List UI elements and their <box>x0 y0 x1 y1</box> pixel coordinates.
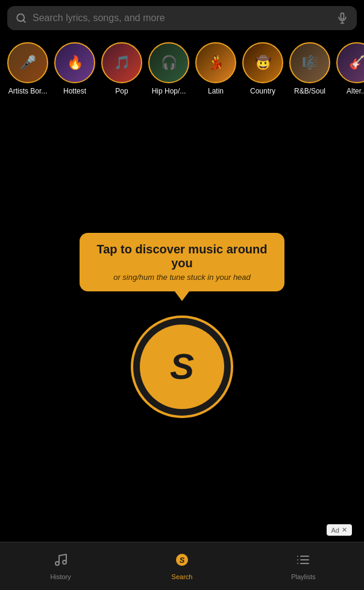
genre-circle-hiphop: 🎧 <box>148 42 189 83</box>
genre-item-rnb[interactable]: 🎼R&B/Soul <box>289 42 330 95</box>
nav-label-playlists: Playlists <box>291 573 315 580</box>
genre-label-hottest: Hottest <box>63 87 86 95</box>
genre-label-artists-born: Artists Bor... <box>8 87 48 95</box>
svg-line-1 <box>23 20 25 22</box>
playlists-icon <box>296 553 310 571</box>
genre-item-latin[interactable]: 💃Latin <box>195 42 236 95</box>
svg-point-5 <box>55 562 59 565</box>
nav-label-history: History <box>51 573 71 580</box>
genre-item-pop[interactable]: 🎵Pop <box>101 42 142 95</box>
genre-label-latin: Latin <box>208 87 224 95</box>
genre-item-hottest[interactable]: 🔥Hottest <box>54 42 95 95</box>
search-nav-icon: S <box>175 553 189 571</box>
mic-icon[interactable] <box>336 12 348 24</box>
genre-label-rnb: R&B/Soul <box>294 87 325 95</box>
svg-text:S: S <box>180 556 185 565</box>
genre-circle-rnb: 🎼 <box>289 42 330 83</box>
genre-item-alternative[interactable]: 🎸Alter... <box>336 42 364 95</box>
shazam-button[interactable]: S <box>131 316 233 418</box>
tooltip-subtitle: or sing/hum the tune stuck in your head <box>96 273 268 282</box>
nav-item-playlists[interactable]: Playlists <box>243 553 364 580</box>
genre-circle-alternative: 🎸 <box>336 42 364 83</box>
ad-label: Ad <box>331 527 339 534</box>
nav-label-search: Search <box>172 573 193 580</box>
genre-item-artists-born[interactable]: 🎤Artists Bor... <box>7 42 48 95</box>
history-icon <box>54 553 68 571</box>
genre-label-hiphop: Hip Hop/... <box>152 87 186 95</box>
nav-item-search[interactable]: S Search <box>121 553 242 580</box>
search-bar[interactable] <box>7 6 357 30</box>
tooltip-bubble: Tap to discover music around you or sing… <box>80 233 284 291</box>
genre-circle-country: 🤠 <box>242 42 283 83</box>
genre-item-hiphop[interactable]: 🎧Hip Hop/... <box>148 42 189 95</box>
svg-rect-2 <box>341 13 344 19</box>
main-area: Tap to discover music around you or sing… <box>0 109 364 542</box>
search-icon <box>16 13 27 24</box>
genre-circle-pop: 🎵 <box>101 42 142 83</box>
shazam-s-letter: S <box>170 346 194 387</box>
genre-label-pop: Pop <box>115 87 128 95</box>
tooltip-title: Tap to discover music around you <box>96 243 268 270</box>
genre-circle-artists-born: 🎤 <box>7 42 48 83</box>
genre-item-country[interactable]: 🤠Country <box>242 42 283 95</box>
ad-close-icon[interactable]: ✕ <box>342 526 347 534</box>
genre-label-alternative: Alter... <box>347 87 364 95</box>
nav-item-history[interactable]: History <box>0 553 121 580</box>
genre-label-country: Country <box>250 87 275 95</box>
svg-point-6 <box>63 560 66 564</box>
bottom-nav: History S Search Playlists <box>0 542 364 590</box>
genre-circle-hottest: 🔥 <box>54 42 95 83</box>
shazam-logo: S <box>140 325 224 409</box>
genre-circle-latin: 💃 <box>195 42 236 83</box>
search-input[interactable] <box>33 13 330 24</box>
genre-row: 🎤Artists Bor...🔥Hottest🎵Pop🎧Hip Hop/...💃… <box>0 36 364 99</box>
ad-banner: Ad ✕ <box>327 524 352 536</box>
